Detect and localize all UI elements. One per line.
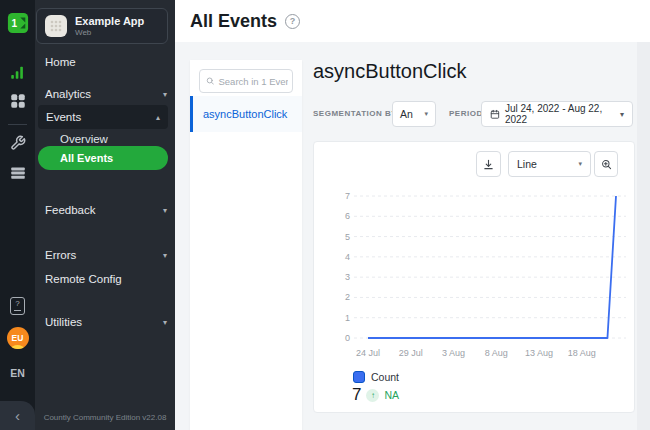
period-label: PERIOD [449, 101, 483, 127]
sidebar-item-errors[interactable]: Errors ▾ [45, 245, 167, 265]
sidebar-item-utilities[interactable]: Utilities ▾ [45, 312, 167, 332]
sidebar-item-all-events[interactable]: All Events [38, 146, 168, 170]
event-list-panel: asyncButtonClick [190, 60, 302, 430]
chart-legend[interactable]: Count [353, 371, 399, 383]
sidebar-collapse-button[interactable]: ‹ [0, 401, 35, 430]
segmentation-value: An [400, 108, 413, 120]
svg-text:13 Aug: 13 Aug [525, 348, 553, 358]
app-selector[interactable]: Example App Web [36, 8, 168, 44]
download-chart-button[interactable] [476, 151, 501, 177]
sidebar-item-label: Remote Config [45, 273, 122, 285]
svg-text:4: 4 [345, 252, 350, 262]
sidebar-item-remote-config[interactable]: Remote Config [45, 269, 167, 289]
trend-value: NA [384, 389, 399, 401]
sidebar-item-label: Feedback [45, 204, 96, 216]
magnifier-zoom-icon [601, 159, 612, 170]
svg-text:7: 7 [345, 191, 350, 201]
sidebar-item-label: Overview [60, 133, 108, 145]
analytics-bars-icon[interactable] [0, 63, 35, 81]
nav-sidebar: Example App Web Home Analytics ▾ Events … [35, 0, 175, 430]
help-glyph: ? [15, 299, 19, 308]
svg-text:29 Jul: 29 Jul [399, 348, 423, 358]
line-chart[interactable]: 0123456724 Jul29 Jul3 Aug8 Aug13 Aug18 A… [332, 186, 628, 364]
avatar-badge [11, 345, 24, 349]
app-name: Example App [75, 15, 144, 28]
rail-divider [8, 124, 27, 125]
sidebar-item-label: Errors [45, 249, 76, 261]
icon-rail: 1 [0, 0, 35, 430]
segmentation-label: SEGMENTATION BY [313, 101, 397, 127]
event-name-link: asyncButtonClick [203, 108, 287, 120]
svg-text:0: 0 [345, 333, 350, 343]
help-glyph: ? [290, 16, 296, 26]
svg-text:6: 6 [345, 211, 350, 221]
help-icon[interactable]: ? [285, 14, 300, 29]
sidebar-item-label: Analytics [45, 88, 91, 100]
chevron-down-icon: ▾ [578, 160, 582, 168]
event-list-item-selected[interactable]: asyncButtonClick [190, 96, 302, 132]
wrench-icon[interactable] [0, 135, 35, 151]
user-avatar[interactable]: EU [0, 327, 35, 349]
svg-text:3 Aug: 3 Aug [442, 348, 465, 358]
total-row: 7 ↑ NA [352, 385, 399, 405]
calendar-icon [490, 109, 500, 120]
event-detail-title: asyncButtonClick [313, 60, 466, 83]
server-stack-icon[interactable] [0, 164, 35, 182]
avatar-initials: EU [11, 333, 23, 343]
sidebar-item-label: Events [46, 111, 81, 123]
chevron-down-icon: ▾ [163, 251, 167, 260]
trend-up-icon: ↑ [366, 389, 379, 402]
svg-text:1: 1 [345, 313, 350, 323]
chevron-down-icon: ▾ [163, 90, 167, 99]
chart-card: Line ▾ 0123456724 Jul29 Jul3 Aug8 Aug13 … [313, 141, 635, 413]
collapse-chevron-icon: ‹ [15, 408, 20, 423]
sidebar-item-events[interactable]: Events ▴ [38, 105, 168, 129]
date-range-picker[interactable]: Jul 24, 2022 - Aug 22, 2022 ▾ [481, 101, 633, 127]
help-guide-icon[interactable]: ? [0, 297, 35, 315]
sidebar-item-label: Utilities [45, 316, 82, 328]
sidebar-item-home[interactable]: Home [45, 52, 167, 72]
countly-dashboard: 1 [0, 0, 650, 430]
sidebar-item-label: Home [45, 56, 76, 68]
language-label: EN [10, 367, 25, 379]
app-type: Web [75, 28, 144, 37]
svg-text:24 Jul: 24 Jul [356, 348, 380, 358]
page-title: All Events [190, 11, 277, 32]
version-label: Countly Community Edition v22.08 [35, 413, 175, 422]
chevron-down-icon: ▾ [163, 206, 167, 215]
download-icon [483, 159, 494, 170]
chart-zoom-button[interactable] [594, 151, 618, 177]
svg-text:1: 1 [11, 18, 17, 29]
chevron-down-icon: ▾ [424, 110, 428, 118]
segmentation-select[interactable]: An ▾ [392, 101, 436, 127]
sidebar-item-analytics[interactable]: Analytics ▾ [45, 84, 167, 104]
app-icon [44, 14, 68, 38]
total-count: 7 [352, 385, 361, 405]
svg-text:5: 5 [345, 232, 350, 242]
countly-logo-icon[interactable]: 1 [0, 12, 35, 34]
chevron-down-icon: ▾ [163, 318, 167, 327]
sidebar-item-feedback[interactable]: Feedback ▾ [45, 200, 167, 220]
scrollbar-track[interactable] [637, 42, 650, 430]
search-input[interactable] [218, 76, 288, 87]
svg-text:18 Aug: 18 Aug [568, 348, 596, 358]
page-header: All Events ? [175, 0, 650, 42]
chevron-down-icon: ▾ [620, 110, 624, 119]
language-selector[interactable]: EN [0, 367, 35, 379]
chevron-up-icon: ▴ [156, 113, 160, 122]
legend-color-swatch [353, 371, 365, 383]
svg-text:8 Aug: 8 Aug [485, 348, 508, 358]
date-range-value: Jul 24, 2022 - Aug 22, 2022 [505, 103, 615, 125]
legend-label: Count [371, 371, 399, 383]
event-search [199, 69, 293, 93]
chart-type-value: Line [517, 158, 537, 170]
search-icon [206, 76, 214, 86]
svg-text:3: 3 [345, 272, 350, 282]
svg-text:2: 2 [345, 292, 350, 302]
apps-grid-icon[interactable] [0, 92, 35, 110]
sidebar-item-label: All Events [60, 152, 113, 164]
chart-type-select[interactable]: Line ▾ [508, 151, 591, 177]
